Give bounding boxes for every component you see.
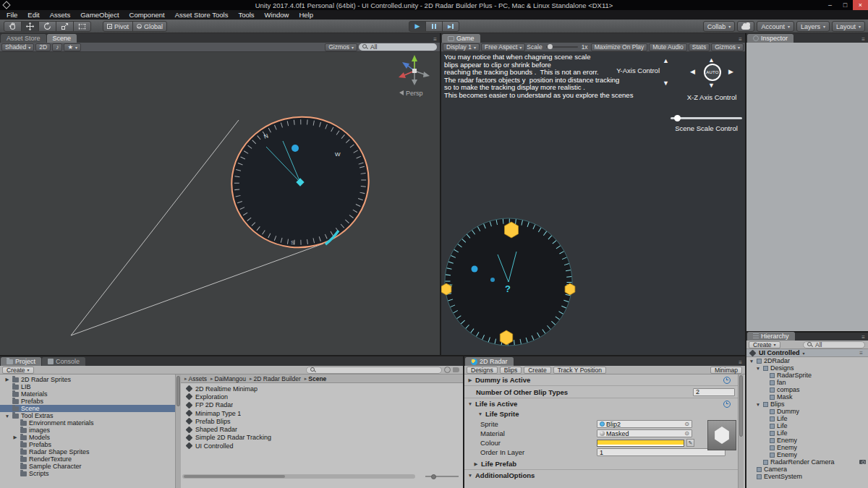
additional-options-foldout[interactable]: ▼ AdditionalOptions <box>464 471 739 480</box>
scene-scale-slider[interactable] <box>671 117 742 119</box>
eyedropper-icon[interactable]: ✎ <box>686 439 694 447</box>
hierarchy-row[interactable]: RadarSprite <box>746 372 868 379</box>
foldout-arrow-icon[interactable]: ▶ <box>473 461 479 467</box>
asset-row[interactable]: Prefab Blips <box>181 417 463 425</box>
icon-size-knob[interactable] <box>431 474 436 479</box>
hierarchy-row[interactable]: compas <box>746 386 868 393</box>
folder-row[interactable]: images <box>0 427 175 434</box>
active-clock-icon[interactable] <box>723 377 731 384</box>
expand-arrow[interactable]: ▼ <box>755 402 761 407</box>
maximize-on-play-toggle[interactable]: Maximize On Play <box>591 43 648 51</box>
scene-scale-knob[interactable] <box>674 115 681 121</box>
object-picker-icon[interactable]: ⊙ <box>684 431 689 437</box>
project-create-dropdown[interactable]: Create▾ <box>2 367 34 374</box>
folder-row[interactable]: Scripts <box>0 470 175 477</box>
breadcrumb-item[interactable]: ▸ Scene <box>303 375 327 382</box>
game-gizmos-dropdown[interactable]: Gizmos▾ <box>711 43 744 51</box>
menu-item[interactable]: Tools <box>233 10 259 20</box>
layers-dropdown[interactable]: Layers▾ <box>796 21 830 32</box>
step-button[interactable]: ▶ <box>442 21 459 32</box>
folder-row[interactable]: Scene <box>0 405 175 412</box>
chevron-down-icon[interactable]: ▾ <box>803 351 805 356</box>
play-button[interactable]: ▶ <box>409 21 426 32</box>
hierarchy-row[interactable]: Dummy <box>746 408 868 415</box>
collab-dropdown[interactable]: Collab▾ <box>703 21 736 32</box>
folder-row[interactable]: Prefabs <box>0 398 175 405</box>
asset-row[interactable]: UI Controlled <box>181 442 463 450</box>
xz-down-button[interactable]: ▼ <box>708 82 715 89</box>
radar-panel-tab[interactable]: Create <box>524 367 551 374</box>
dummy-active-foldout[interactable]: ▶ Dummy is Active <box>464 375 739 385</box>
project-tree-scrollbar[interactable] <box>175 374 181 488</box>
cloud-button[interactable] <box>737 21 754 32</box>
y-axis-down-button[interactable]: ▼ <box>663 80 669 87</box>
hierarchy-row[interactable]: EventSystem <box>746 473 868 480</box>
tab-console[interactable]: Console <box>42 357 85 366</box>
radar-panel-tab[interactable]: Blips <box>500 367 522 374</box>
xz-left-button[interactable]: ◀ <box>690 68 695 75</box>
life-active-foldout[interactable]: ▼ Life is Active <box>464 399 739 408</box>
folder-row[interactable]: Sample Character <box>0 463 175 470</box>
hierarchy-row[interactable]: RadarRender Camera <box>746 458 868 466</box>
hierarchy-row[interactable]: Life <box>746 429 868 437</box>
breadcrumb-item[interactable]: ▸ Assets <box>183 375 207 382</box>
hierarchy-row[interactable]: Camera <box>746 466 868 473</box>
xz-right-button[interactable]: ▶ <box>728 68 733 75</box>
scene-header-row[interactable]: UI Controlled ▾ ≡ <box>746 349 868 357</box>
xz-up-button[interactable]: ▲ <box>708 56 715 64</box>
colour-swatch[interactable] <box>597 440 684 447</box>
hierarchy-create-dropdown[interactable]: Create▾ <box>749 341 780 348</box>
panel-menu-icon[interactable]: ≡ <box>859 36 868 43</box>
object-picker-icon[interactable]: ⊙ <box>684 421 689 427</box>
hierarchy-row[interactable]: ▼ Blips <box>746 401 868 408</box>
aspect-dropdown[interactable]: Free Aspect▾ <box>481 43 525 51</box>
search-by-label-icon[interactable] <box>453 367 459 372</box>
foldout-arrow-icon[interactable]: ▼ <box>467 401 473 406</box>
files-h-scrollbar[interactable] <box>182 474 415 479</box>
toggle-2d-button[interactable]: 2D <box>35 43 51 51</box>
asset-row[interactable]: Simple 2D Radar Tracking <box>181 434 463 442</box>
expand-arrow[interactable]: ▼ <box>755 366 761 371</box>
foldout-arrow-icon[interactable]: ▶ <box>467 377 473 383</box>
hierarchy-row[interactable]: Enemy <box>746 451 868 458</box>
tab-inspector[interactable]: Inspector <box>747 34 793 43</box>
life-prefab-foldout[interactable]: ▶ Life Prefab <box>464 459 739 468</box>
hierarchy-row[interactable]: Enemy <box>746 437 868 444</box>
asset-row[interactable]: FP 2D Radar <box>181 401 463 409</box>
folder-row[interactable]: Radar Shape Sprites <box>0 448 175 455</box>
tab-game[interactable]: Game <box>442 34 480 43</box>
tab-asset-store[interactable]: Asset Store <box>1 34 46 43</box>
expand-arrow[interactable]: ▼ <box>4 414 10 419</box>
layout-dropdown[interactable]: Layout▾ <box>832 21 865 32</box>
radar-panel-tab[interactable]: Designs <box>467 367 498 374</box>
expand-arrow[interactable]: ▶ <box>12 435 18 440</box>
rect-tool-button[interactable] <box>73 21 91 32</box>
asset-row[interactable]: Exploration <box>181 393 463 401</box>
expand-arrow[interactable]: ▼ <box>749 359 754 364</box>
tab-2d-radar[interactable]: 2D Radar <box>465 357 514 366</box>
menu-item[interactable]: Help <box>294 10 318 20</box>
hierarchy-row[interactable]: Life <box>746 422 868 429</box>
radar-panel-scrollbar[interactable] <box>738 374 744 488</box>
scrollbar-thumb[interactable] <box>184 475 285 478</box>
global-toggle-button[interactable]: Global <box>132 21 167 32</box>
radar-panel-tab[interactable]: Track Y Position <box>553 367 606 374</box>
tab-hierarchy[interactable]: Hierarchy <box>747 332 795 341</box>
scale-tool-button[interactable] <box>56 21 74 32</box>
menu-item[interactable]: Window <box>260 10 294 20</box>
menu-item[interactable]: Asset Store Tools <box>170 10 234 20</box>
folder-row[interactable]: Environment materials <box>0 419 175 427</box>
scene-context-menu-icon[interactable]: ≡ <box>856 350 866 356</box>
icon-size-slider[interactable] <box>425 476 459 477</box>
slider-knob[interactable] <box>548 44 553 49</box>
shading-mode-dropdown[interactable]: Shaded▾ <box>1 43 34 51</box>
stats-toggle[interactable]: Stats <box>689 43 710 51</box>
hierarchy-row[interactable]: fan <box>746 379 868 386</box>
search-by-type-icon[interactable] <box>444 367 451 373</box>
active-clock-icon[interactable] <box>723 401 731 408</box>
hand-tool-button[interactable] <box>4 21 22 32</box>
scrollbar-thumb[interactable] <box>176 376 180 406</box>
asset-row[interactable]: 2D Realtime Minimap <box>181 385 463 393</box>
pivot-toggle-button[interactable]: Pivot <box>103 21 133 32</box>
life-sprite-foldout[interactable]: ▼ Life Sprite <box>464 409 739 419</box>
